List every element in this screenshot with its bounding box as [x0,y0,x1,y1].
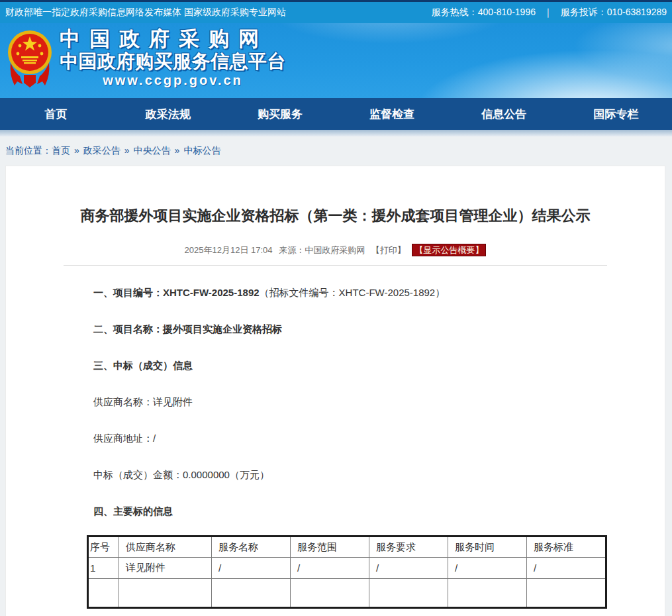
announcement-title: 商务部援外项目实施企业资格招标（第一类：援外成套项目管理企业）结果公示 [29,207,642,225]
site-slogan: 财政部唯一指定政府采购信息网络发布媒体 国家级政府采购专业网站 [5,7,286,19]
nav-item-purchase-services[interactable]: 购买服务 [224,98,336,130]
site-subtitle: 中国政府购买服务信息平台 [60,51,286,72]
col-header-service-scope: 服务范围 [291,537,369,558]
breadcrumb-separator: » [74,145,79,156]
nav-item-announcements[interactable]: 信息公告 [448,98,560,130]
col-header-index: 序号 [88,537,119,558]
supplier-name-line: 供应商名称：详见附件 [93,395,605,409]
nav-item-supervision[interactable]: 监督检查 [336,98,448,130]
service-hotline: 服务热线：400-810-1996 [432,7,536,19]
meta-divider [64,265,607,266]
col-header-service-name: 服务名称 [212,537,291,558]
breadcrumb-central-notices[interactable]: 中央公告 [134,145,171,156]
source-label: 来源：中国政府采购网 [279,245,365,255]
breadcrumb-prefix: 当前位置： [5,145,52,156]
national-emblem-icon [7,27,53,91]
col-header-service-requirements: 服务要求 [369,537,448,558]
announcement-panel: 商务部援外项目实施企业资格招标（第一类：援外成套项目管理企业）结果公示 2025… [5,166,665,616]
publish-datetime: 2025年12月12日 17:04 [185,245,273,255]
service-complaint: 服务投诉：010-63819289 [561,7,667,19]
nav-item-regulations[interactable]: 政采法规 [112,98,224,130]
contact-separator: ｜ [544,7,553,19]
top-service-bar: 财政部唯一指定政府采购信息网络发布媒体 国家级政府采购专业网站 服务热线：400… [0,0,672,23]
table-header-row: 序号 供应商名称 服务名称 服务范围 服务要求 服务时间 服务标准 [88,537,606,558]
breadcrumb-separator: » [124,145,130,156]
site-logo[interactable]: 中国政府采购网 中国政府购买服务信息平台 www.ccgp.gov.cn [7,27,286,91]
supplier-address-line: 供应商地址：/ [93,432,605,445]
breadcrumb: 当前位置：首页»政采公告»中央公告»中标公告 [5,145,220,157]
announcement-meta: 2025年12月12日 17:04 来源：中国政府采购网 【打印】 【显示公告概… [6,244,665,256]
subject-info-table: 序号 供应商名称 服务名称 服务范围 服务要求 服务时间 服务标准 1 详见附件… [87,535,607,609]
masthead: 中国政府采购网 中国政府购买服务信息平台 www.ccgp.gov.cn [0,23,672,98]
breadcrumb-award-notices[interactable]: 中标公告 [183,145,220,156]
service-contacts: 服务热线：400-810-1996 ｜ 服务投诉：010-63819289 [432,7,667,19]
nav-item-home[interactable]: 首页 [0,98,112,130]
site-name: 中国政府采购网 [60,27,286,51]
breadcrumb-procurement-notices[interactable]: 政采公告 [83,145,120,156]
col-header-service-standard: 服务标准 [527,537,606,558]
breadcrumb-home[interactable]: 首页 [52,145,70,156]
col-header-service-time: 服务时间 [448,537,527,558]
announcement-body: 一、项目编号：XHTC-FW-2025-1892（招标文件编号：XHTC-FW-… [93,286,605,518]
award-amount-line: 中标（成交）金额：0.0000000（万元） [93,468,605,482]
main-subject-heading: 四、主要标的信息 [93,505,605,518]
project-number-line: 一、项目编号：XHTC-FW-2025-1892（招标文件编号：XHTC-FW-… [93,286,605,299]
table-row: 1 详见附件 / / / / / [88,558,606,579]
site-logo-text: 中国政府采购网 中国政府购买服务信息平台 www.ccgp.gov.cn [60,27,286,89]
award-info-heading: 三、中标（成交）信息 [93,359,605,372]
show-summary-button[interactable]: 【显示公告概要】 [412,244,486,256]
tender-doc-number: （招标文件编号：XHTC-FW-2025-1892） [260,287,446,298]
table-row-empty [88,579,606,608]
breadcrumb-separator: » [175,145,180,156]
nav-item-international[interactable]: 国际专栏 [560,98,672,130]
project-number-bold: 一、项目编号：XHTC-FW-2025-1892 [93,287,260,298]
nav-bottom-strip [0,130,672,136]
main-nav: 首页 政采法规 购买服务 监督检查 信息公告 国际专栏 [0,98,672,130]
print-button[interactable]: 【打印】 [371,245,406,255]
project-name-line: 二、项目名称：援外项目实施企业资格招标 [93,323,605,336]
col-header-supplier: 供应商名称 [119,537,212,558]
site-url: www.ccgp.gov.cn [60,72,286,89]
